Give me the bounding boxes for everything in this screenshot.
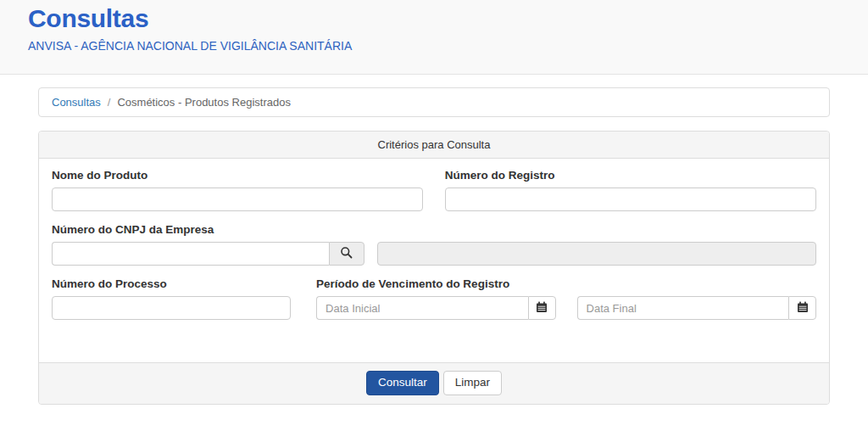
panel-title: Critérios para Consulta [39, 132, 829, 159]
page-header: Consultas ANVISA - AGÊNCIA NACIONAL DE V… [0, 0, 868, 75]
nome-produto-input[interactable] [52, 188, 423, 211]
field-nome-produto: Nome do Produto [52, 169, 423, 211]
cnpj-empresa-input[interactable] [52, 242, 329, 266]
data-final-calendar-button[interactable] [788, 296, 816, 320]
calendar-icon [536, 301, 548, 316]
form-row-3: Número do Processo Período de Vencimento… [52, 277, 816, 320]
data-final-group [577, 296, 816, 320]
field-empresa-nome [377, 242, 816, 266]
data-inicial-calendar-button[interactable] [528, 296, 556, 320]
periodo-date-range [316, 296, 816, 320]
page-subtitle: ANVISA - AGÊNCIA NACIONAL DE VIGILÂNCIA … [28, 39, 868, 53]
empresa-nome-input-disabled [377, 242, 816, 266]
nome-produto-label: Nome do Produto [52, 169, 423, 182]
field-periodo-vencimento: Período de Vencimento do Registro [316, 277, 816, 320]
criteria-panel: Critérios para Consulta Nome do Produto … [38, 131, 830, 405]
breadcrumb-current: Cosméticos - Produtos Registrados [117, 96, 290, 109]
breadcrumb: Consultas / Cosméticos - Produtos Regist… [38, 87, 830, 117]
cnpj-search-button[interactable] [329, 242, 364, 266]
field-cnpj-empresa: Número do CNPJ da Empresa [52, 223, 364, 266]
limpar-button[interactable]: Limpar [443, 371, 502, 395]
breadcrumb-link-consultas[interactable]: Consultas [52, 96, 101, 109]
form-row-1: Nome do Produto Número do Registro [52, 169, 816, 211]
cnpj-input-group [52, 242, 364, 266]
numero-registro-input[interactable] [445, 188, 816, 211]
form-row-2: Número do CNPJ da Empresa [52, 223, 816, 266]
numero-processo-label: Número do Processo [52, 277, 291, 290]
data-inicial-group [316, 296, 555, 320]
cnpj-empresa-label: Número do CNPJ da Empresa [52, 223, 364, 236]
breadcrumb-separator: / [108, 96, 111, 109]
periodo-vencimento-label: Período de Vencimento do Registro [316, 277, 816, 290]
data-final-input[interactable] [577, 296, 788, 320]
calendar-icon [797, 301, 809, 316]
page-title: Consultas [28, 4, 868, 33]
consultar-button[interactable]: Consultar [366, 371, 439, 395]
field-numero-processo: Número do Processo [52, 277, 291, 320]
main-content: Consultas / Cosméticos - Produtos Regist… [38, 87, 830, 405]
numero-registro-label: Número do Registro [445, 169, 816, 182]
search-icon [340, 246, 353, 261]
panel-footer: Consultar Limpar [39, 362, 829, 404]
numero-processo-input[interactable] [52, 296, 291, 320]
criteria-form: Nome do Produto Número do Registro Númer… [39, 159, 829, 362]
field-numero-registro: Número do Registro [445, 169, 816, 211]
data-inicial-input[interactable] [316, 296, 527, 320]
